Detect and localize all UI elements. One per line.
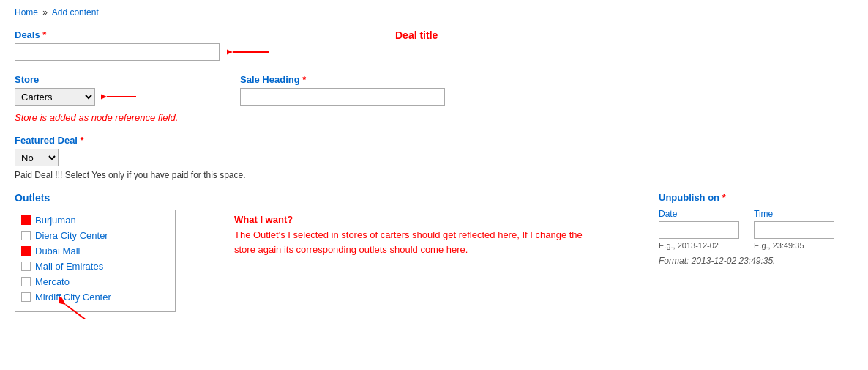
mercato-checkbox-icon — [21, 277, 31, 286]
deals-arrow-icon — [227, 45, 271, 59]
store-label: Store — [15, 74, 138, 85]
time-label: Time — [754, 209, 834, 219]
outlet-dubai-mall: Dubai Mall — [21, 245, 169, 256]
time-example: E.g., 23:49:35 — [754, 241, 834, 250]
time-col: Time E.g., 23:49:35 — [754, 209, 834, 250]
format-text: Format: 2013-12-02 23:49:35. — [659, 256, 834, 266]
outlets-section: Outlets Burjuman Diera City Center — [15, 192, 176, 312]
outlet-diera: Diera City Center — [21, 230, 169, 241]
store-annotation: Store is added as node reference field. — [15, 112, 178, 123]
date-input[interactable] — [659, 221, 739, 239]
breadcrumb-separator: » — [42, 7, 48, 18]
breadcrumb-add-content[interactable]: Add content — [52, 7, 99, 18]
mirdiff-checkbox-icon — [21, 292, 31, 302]
date-time-row: Date E.g., 2013-12-02 Time E.g., 23:49:3… — [659, 209, 834, 250]
outlet-mirdiff-link[interactable]: Mirdiff City Center — [35, 292, 111, 303]
what-i-want-block: What I want? The Outlet's I selected in … — [234, 214, 585, 256]
outlet-mall-of-emirates: Mall of Emirates — [21, 261, 169, 272]
deal-title-annotation: Deal title — [395, 29, 438, 41]
burjuman-checkbox-icon — [21, 215, 31, 225]
outlets-label: Outlets — [15, 192, 176, 204]
format-value: 2013-12-02 23:49:35. — [692, 256, 776, 266]
dubai-mall-checkbox-icon — [21, 246, 31, 256]
sale-heading-label: Sale Heading * — [240, 74, 445, 85]
date-example: E.g., 2013-12-02 — [659, 241, 739, 250]
featured-deal-select[interactable]: No Yes — [15, 149, 59, 166]
featured-deal-note: Paid Deal !!! Select Yes only if you hav… — [15, 170, 293, 180]
breadcrumb-home[interactable]: Home — [15, 7, 38, 18]
sale-heading-input[interactable] — [240, 88, 445, 106]
featured-deal-section: Featured Deal * No Yes Paid Deal !!! Sel… — [15, 135, 853, 180]
outlet-mall-of-emirates-link[interactable]: Mall of Emirates — [35, 261, 103, 272]
outlets-unpublish-row: Outlets Burjuman Diera City Center — [15, 192, 853, 312]
outlet-diera-link[interactable]: Diera City Center — [35, 230, 108, 241]
unpublish-label: Unpublish on * — [659, 192, 834, 203]
format-label: Format: — [659, 256, 689, 266]
what-i-want-text: The Outlet's I selected in stores of car… — [234, 228, 585, 256]
store-select[interactable]: Carters — [15, 88, 95, 106]
deals-input[interactable]: Test Deal — [15, 43, 220, 61]
outlet-mercato-link[interactable]: Mercato — [35, 276, 70, 287]
outlets-list[interactable]: Burjuman Diera City Center Dubai Mall — [15, 210, 176, 312]
time-input[interactable] — [754, 221, 834, 239]
date-label: Date — [659, 209, 739, 219]
diera-checkbox-icon — [21, 231, 31, 240]
outlet-burjuman: Burjuman — [21, 215, 169, 226]
outlet-mirdiff: Mirdiff City Center — [21, 292, 169, 303]
outlet-dubai-mall-link[interactable]: Dubai Mall — [35, 245, 80, 256]
what-i-want-title: What I want? — [234, 214, 585, 225]
sale-heading-section: Sale Heading * — [240, 74, 445, 106]
unpublish-section: Unpublish on * Date E.g., 2013-12-02 Tim… — [659, 192, 834, 266]
breadcrumb: Home » Add content — [15, 7, 853, 18]
store-arrow-icon — [101, 89, 138, 104]
mall-emirates-checkbox-icon — [21, 262, 31, 271]
outlet-burjuman-link[interactable]: Burjuman — [35, 215, 76, 226]
date-col: Date E.g., 2013-12-02 — [659, 209, 739, 250]
deals-required: * — [42, 29, 46, 40]
outlet-mercato: Mercato — [21, 276, 169, 287]
store-section: Store Carters Store is added as node ref… — [15, 74, 138, 106]
featured-deal-label: Featured Deal * — [15, 135, 853, 146]
